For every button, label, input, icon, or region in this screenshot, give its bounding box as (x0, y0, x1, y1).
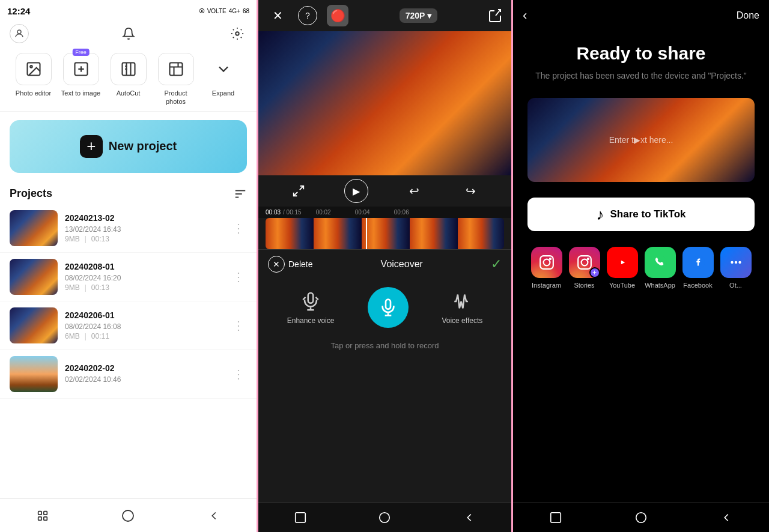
share-nav-back[interactable] (717, 509, 735, 527)
share-back-button[interactable]: ‹ (523, 8, 527, 23)
photo-editor-label: Photo editor (16, 89, 51, 97)
meta-separator: | (85, 283, 87, 292)
status-bar: 12:24 ⦿ VOLTE 4G+ 68 (0, 0, 257, 22)
voiceover-bar: ✕ Delete Voiceover ✓ (258, 249, 511, 279)
enhance-voice-label: Enhance voice (287, 316, 335, 325)
youtube-icon (607, 247, 638, 278)
voiceover-delete-button[interactable]: ✕ Delete (268, 256, 312, 273)
share-topbar: ‹ Done (513, 0, 769, 31)
new-project-button[interactable]: + New project (10, 120, 247, 173)
svg-rect-17 (44, 511, 47, 515)
project-item[interactable]: 20240208-01 08/02/2024 16:20 9MB | 00:13… (0, 253, 257, 301)
editor-close-button[interactable]: ✕ (267, 5, 288, 26)
project-name: 20240202-02 (65, 363, 223, 373)
editor-nav-circle[interactable] (375, 509, 394, 527)
notification-icon[interactable] (119, 24, 138, 43)
settings-icon[interactable] (228, 24, 247, 43)
share-app-youtube[interactable]: YouTube (603, 247, 641, 289)
share-nav-circle[interactable] (632, 509, 650, 527)
whatsapp-label: WhatsApp (645, 282, 675, 289)
voiceover-confirm-button[interactable]: ✓ (491, 256, 502, 272)
project-thumbnail (10, 210, 58, 246)
share-app-other[interactable]: Ot... (717, 247, 755, 289)
editor-nav-back[interactable] (460, 509, 478, 527)
project-more-button[interactable]: ⋮ (230, 219, 247, 238)
tool-expand[interactable]: Expand (203, 53, 244, 97)
project-date: 08/02/2024 16:20 (65, 274, 223, 282)
share-app-facebook[interactable]: Facebook (679, 247, 717, 289)
share-apps: Instagram + Stories YouTube (513, 237, 769, 298)
timeline-marker-1: 00:02 (316, 209, 331, 216)
resolution-chevron-icon: ▾ (427, 11, 431, 20)
timeline-playhead (366, 218, 367, 249)
project-info: 20240202-02 02/02/2024 10:46 (65, 363, 223, 385)
tools-row: Photo editor Free Text to image (0, 48, 257, 112)
record-mic-button[interactable] (368, 287, 409, 328)
timeline-controls: ▶ ↩ ↪ (258, 175, 511, 207)
share-app-stories[interactable]: + Stories (565, 247, 603, 289)
undo-button[interactable]: ↩ (404, 180, 425, 202)
project-more-button[interactable]: ⋮ (230, 364, 247, 384)
tiktok-icon: ♪ (597, 205, 604, 224)
redo-button[interactable]: ↪ (460, 180, 482, 202)
play-button[interactable]: ▶ (344, 179, 368, 203)
projects-sort-icon[interactable] (234, 187, 247, 201)
nav-back-button[interactable] (205, 507, 222, 524)
timeline-track[interactable] (266, 218, 504, 249)
network-icon: 4G+ (229, 8, 240, 14)
product-photos-icon-box (158, 53, 194, 85)
svg-point-30 (543, 259, 550, 266)
svg-point-19 (123, 510, 133, 521)
panel-share: ‹ Done Ready to share The project has be… (513, 0, 769, 532)
editor-nav-square[interactable] (291, 509, 309, 527)
video-preview (258, 31, 511, 175)
project-info: 20240206-01 08/02/2024 16:08 6MB | 00:11 (65, 310, 223, 340)
project-item[interactable]: 20240213-02 13/02/2024 16:43 9MB | 00:13… (0, 204, 257, 253)
enhance-voice-icon (299, 290, 322, 313)
user-avatar[interactable] (10, 24, 29, 43)
enhance-voice-tool[interactable]: Enhance voice (287, 290, 335, 325)
share-app-whatsapp[interactable]: WhatsApp (641, 247, 679, 289)
facebook-icon (682, 247, 714, 278)
tiktok-label: Share to TikTok (610, 208, 686, 220)
editor-bottom-nav (258, 502, 511, 532)
project-more-button[interactable]: ⋮ (230, 316, 247, 335)
share-done-button[interactable]: Done (737, 10, 759, 21)
projects-title: Projects (10, 187, 52, 200)
project-more-button[interactable]: ⋮ (230, 267, 247, 286)
svg-point-1 (236, 32, 239, 35)
location-icon: ⦿ (199, 8, 205, 14)
tool-photo-editor[interactable]: Photo editor (13, 53, 54, 97)
project-thumbnail (10, 356, 58, 392)
delete-label: Delete (288, 259, 312, 269)
fire-button[interactable]: 🔴 (327, 5, 348, 26)
project-date: 02/02/2024 10:46 (65, 375, 223, 384)
tool-text-to-image[interactable]: Free Text to image (61, 53, 102, 97)
time-separator: / 00:15 (283, 209, 302, 216)
svg-rect-10 (169, 63, 182, 76)
svg-point-28 (380, 512, 390, 522)
editor-help-button[interactable]: ? (298, 6, 317, 25)
share-bottom-nav (513, 502, 769, 532)
signal-icon: VOLTE (207, 8, 226, 14)
nav-home-button[interactable] (34, 507, 51, 524)
share-title-area: Ready to share The project has been save… (513, 31, 769, 88)
project-item[interactable]: 20240206-01 08/02/2024 16:08 6MB | 00:11… (0, 301, 257, 350)
project-item[interactable]: 20240202-02 02/02/2024 10:46 ⋮ (0, 350, 257, 399)
project-size: 9MB (65, 283, 80, 292)
svg-point-3 (30, 65, 32, 68)
text-to-image-icon-box: Free (63, 53, 99, 85)
voice-effects-tool[interactable]: Voice effects (442, 290, 482, 325)
share-app-instagram[interactable]: Instagram (527, 247, 565, 289)
editor-topbar-left: ✕ ? 🔴 (267, 5, 348, 26)
share-nav-square[interactable] (547, 509, 565, 527)
tool-autocut[interactable]: AutoCut (108, 53, 149, 97)
nav-circle-button[interactable] (120, 507, 136, 524)
resolution-button[interactable]: 720P ▾ (400, 8, 438, 23)
tiktok-share-button[interactable]: ♪ Share to TikTok (527, 198, 755, 231)
svg-point-33 (581, 259, 588, 266)
project-duration: 00:13 (91, 235, 109, 243)
fullscreen-button[interactable] (288, 180, 309, 202)
tool-product-photos[interactable]: Product photos (156, 53, 196, 106)
export-button[interactable] (488, 8, 503, 23)
